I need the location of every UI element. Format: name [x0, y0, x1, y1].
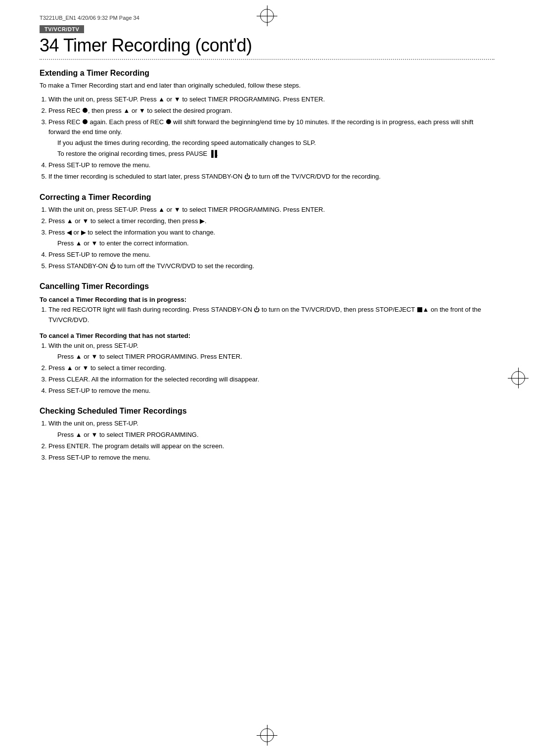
list-item: Press SET-UP to remove the menu. — [48, 386, 494, 396]
reg-mark-right — [511, 371, 525, 385]
step-text: Press REC again. Each press of REC will … — [48, 118, 473, 136]
step-text: Press ▲ or ▼ to select a timer recording… — [48, 364, 166, 372]
tab-label: TV/VCR/DTV — [40, 25, 494, 35]
step-text: Press REC , then press ▲ or ▼ to select … — [48, 107, 232, 114]
section-extending: Extending a Timer Recording To make a Ti… — [40, 69, 494, 182]
sub-para: Press ▲ or ▼ to select TIMER PROGRAMMING… — [48, 352, 494, 362]
page-title: 34 Timer Recording (cont'd) — [40, 35, 494, 56]
step-text: With the unit on, press SET-UP. — [48, 342, 138, 349]
step-text: Press STANDBY-ON ⏻ to turn off the TV/VC… — [48, 262, 254, 270]
list-item: Press REC , then press ▲ or ▼ to select … — [48, 106, 494, 116]
sub-para: Press ▲ or ▼ to enter the correct inform… — [48, 238, 494, 248]
reg-mark-bottom — [260, 728, 274, 742]
step-text: Press SET-UP to remove the menu. — [48, 454, 150, 461]
step-text: Press CLEAR. All the information for the… — [48, 376, 259, 383]
step-text: With the unit on, press SET-UP. Press ▲ … — [48, 206, 325, 213]
section-cancelling-heading: Cancelling Timer Recordings — [40, 282, 494, 291]
list-item: With the unit on, press SET-UP. Press ▲ … — [48, 205, 494, 215]
section-cancelling-inprogress-steps: The red REC/OTR light will flash during … — [48, 305, 494, 325]
list-item: Press REC again. Each press of REC will … — [48, 117, 494, 159]
step-text: Press SET-UP to remove the menu. — [48, 251, 150, 258]
step-text: Press SET-UP to remove the menu. — [48, 387, 150, 394]
rec-symbol — [83, 108, 88, 113]
list-item: Press ▲ or ▼ to select a timer recording… — [48, 363, 494, 373]
step-text: Press ◀ or ▶ to select the information y… — [48, 229, 215, 236]
header-meta: T3221UB_EN1 4/20/06 9:32 PM Page 34 — [40, 15, 494, 21]
rec-symbol — [166, 119, 171, 124]
page-container: T3221UB_EN1 4/20/06 9:32 PM Page 34 TV/V… — [0, 0, 534, 756]
step-text: Press ▲ or ▼ to select a timer recording… — [48, 217, 207, 225]
step-text: With the unit on, press SET-UP. — [48, 420, 138, 427]
sub-heading-not-started: To cancel a Timer Recording that has not… — [40, 332, 494, 339]
list-item: Press SET-UP to remove the menu. — [48, 453, 494, 463]
list-item: Press SET-UP to remove the menu. — [48, 250, 494, 260]
section-correcting: Correcting a Timer Recording With the un… — [40, 193, 494, 272]
list-item: With the unit on, press SET-UP. Press ▲ … — [48, 419, 494, 439]
section-extending-heading: Extending a Timer Recording — [40, 69, 494, 78]
section-cancelling: Cancelling Timer Recordings To cancel a … — [40, 282, 494, 396]
list-item: Press STANDBY-ON ⏻ to turn off the TV/VC… — [48, 261, 494, 271]
list-item: With the unit on, press SET-UP. Press ▲ … — [48, 341, 494, 362]
section-extending-intro: To make a Timer Recording start and end … — [40, 81, 494, 91]
section-extending-steps: With the unit on, press SET-UP. Press ▲ … — [48, 94, 494, 182]
list-item: Press ENTER. The program details will ap… — [48, 441, 494, 451]
list-item: If the timer recording is scheduled to s… — [48, 172, 494, 182]
section-checking-steps: With the unit on, press SET-UP. Press ▲ … — [48, 419, 494, 463]
list-item: The red REC/OTR light will flash during … — [48, 305, 494, 325]
step-text: Press ENTER. The program details will ap… — [48, 442, 224, 450]
step-text: If the timer recording is scheduled to s… — [48, 173, 381, 180]
list-item: Press CLEAR. All the information for the… — [48, 375, 494, 384]
step-text: With the unit on, press SET-UP. Press ▲ … — [48, 95, 325, 103]
sub-para: If you adjust the times during recording… — [48, 138, 494, 148]
section-checking-heading: Checking Scheduled Timer Recordings — [40, 407, 494, 416]
left-margin-line — [27, 0, 28, 756]
section-cancelling-notstarted-steps: With the unit on, press SET-UP. Press ▲ … — [48, 341, 494, 396]
stop-symbol — [417, 307, 422, 312]
rec-symbol — [83, 119, 88, 124]
section-correcting-steps: With the unit on, press SET-UP. Press ▲ … — [48, 205, 494, 272]
list-item: Press ▲ or ▼ to select a timer recording… — [48, 216, 494, 226]
list-item: Press SET-UP to remove the menu. — [48, 160, 494, 170]
sub-para: Press ▲ or ▼ to select TIMER PROGRAMMING… — [48, 430, 494, 440]
doc-ref: T3221UB_EN1 4/20/06 9:32 PM Page 34 — [40, 15, 139, 21]
list-item: With the unit on, press SET-UP. Press ▲ … — [48, 94, 494, 104]
section-correcting-heading: Correcting a Timer Recording — [40, 193, 494, 202]
sub-heading-in-progress: To cancel a Timer Recording that is in p… — [40, 296, 494, 303]
step-text: Press SET-UP to remove the menu. — [48, 161, 150, 169]
section-checking: Checking Scheduled Timer Recordings With… — [40, 407, 494, 463]
list-item: Press ◀ or ▶ to select the information y… — [48, 228, 494, 248]
step-text: The red REC/OTR light will flash during … — [48, 306, 481, 323]
dotted-separator — [40, 59, 494, 60]
sub-para: To restore the original recording times,… — [48, 149, 494, 159]
